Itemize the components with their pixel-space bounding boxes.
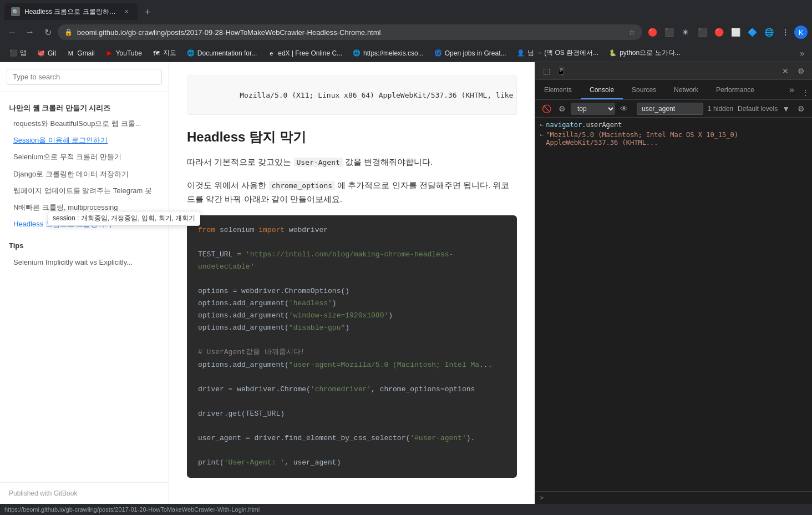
python-icon: 🐍 bbox=[608, 49, 617, 58]
console-settings-icon[interactable]: ⚙ bbox=[555, 102, 569, 115]
tooltip: session : 개회중임, 개정중임, 입회, 회기, 개회기 bbox=[48, 211, 200, 226]
bookmark-label: Documentation for... bbox=[197, 49, 257, 57]
new-tab-button[interactable]: + bbox=[140, 4, 155, 20]
browser-frame: 🔍 Headless 크롬으로 크롤링하기 · Gi... × + ← → ↻ … bbox=[0, 0, 812, 515]
mac-env-icon: 👤 bbox=[516, 49, 525, 58]
bookmark-maps[interactable]: 🗺 지도 bbox=[148, 47, 181, 59]
devtools-close-button[interactable]: ✕ bbox=[779, 64, 792, 78]
code-line-10: user_agent = driver.find_element_by_css_… bbox=[198, 432, 506, 445]
levels-gear-icon[interactable]: ▼ bbox=[782, 104, 790, 113]
bookmark-gmail[interactable]: M Gmail bbox=[62, 48, 99, 59]
maps-icon: 🗺 bbox=[152, 49, 161, 58]
bookmark-label: python으로 노가다... bbox=[620, 48, 680, 58]
extension-icon-1[interactable]: 🔴 bbox=[644, 24, 660, 40]
bookmark-git[interactable]: 🐙 Git bbox=[32, 48, 60, 59]
bookmark-label: Open jobs in Great... bbox=[445, 49, 506, 57]
code-line-blank2 bbox=[198, 273, 506, 285]
tab-favicon: 🔍 bbox=[11, 7, 20, 16]
address-bar[interactable]: 🔒 beomi.github.io/gb-crawling/posts/2017… bbox=[58, 24, 642, 40]
devtools-settings-icon[interactable]: ⚙ bbox=[794, 64, 808, 78]
bookmarks-bar: ⬛ 앱 🐙 Git M Gmail ▶ YouTube 🗺 지도 🌐 Docum… bbox=[0, 44, 812, 62]
tab-network[interactable]: Network bbox=[665, 82, 707, 99]
more-options-button[interactable]: ⋮ bbox=[778, 24, 793, 40]
toolbar-right: 1 hidden Default levels ▼ ⚙ bbox=[637, 102, 808, 115]
bookmark-youtube[interactable]: ▶ YouTube bbox=[100, 48, 146, 59]
bookmarks-more-icon[interactable]: » bbox=[796, 48, 808, 59]
code-line-3: options = webdriver.ChromeOptions() bbox=[198, 285, 506, 297]
sidebar-item-session[interactable]: Session을 이용해 로그인하기 bbox=[0, 132, 169, 149]
tab-elements[interactable]: Elements bbox=[535, 82, 581, 99]
console-input-field[interactable] bbox=[535, 491, 812, 504]
eye-icon[interactable]: 👁 bbox=[617, 102, 631, 115]
bookmark-python[interactable]: 🐍 python으로 노가다... bbox=[604, 47, 684, 59]
profile-button[interactable]: K bbox=[794, 26, 808, 39]
extension-icon-5[interactable]: 🔴 bbox=[711, 24, 727, 40]
default-levels-label: Default levels bbox=[738, 105, 778, 113]
back-button[interactable]: ← bbox=[4, 24, 20, 40]
sidebar-item-selenium-wait[interactable]: Selenium Implicitly wait vs Explicitly..… bbox=[0, 254, 169, 271]
bookmark-label: 지도 bbox=[163, 48, 176, 58]
level-select[interactable]: top bbox=[571, 103, 615, 115]
para1-code: User-Agent bbox=[294, 158, 343, 167]
tab-performance[interactable]: Performance bbox=[707, 82, 763, 99]
section-heading: Headless 탐지 막기 bbox=[187, 128, 517, 146]
sidebar-item-selenium[interactable]: Selenium으로 무적 크롤러 만들기 bbox=[0, 149, 169, 165]
code-block: from selenium import webdriver TEST_URL … bbox=[187, 215, 517, 478]
tab-close-button[interactable]: × bbox=[122, 7, 131, 16]
code-line-5: options.add_argument('window-size=1920x1… bbox=[198, 310, 506, 322]
address-url: beomi.github.io/gb-crawling/posts/2017-0… bbox=[77, 28, 624, 37]
code-line-6: options.add_argument("disable-gpu") bbox=[198, 322, 506, 334]
bookmark-label: YouTube bbox=[116, 49, 142, 57]
tab-sources[interactable]: Sources bbox=[623, 82, 665, 99]
code-line-9: driver.get(TEST_URL) bbox=[198, 408, 506, 420]
bookmark-label: https://melexis.cso... bbox=[363, 49, 424, 57]
bookmark-mac-env[interactable]: 👤 님 → (맥 OS 환경에서... bbox=[512, 47, 603, 59]
device-toggle-icon[interactable]: 📱 bbox=[554, 64, 567, 78]
bookmark-edx[interactable]: e edX | Free Online C... bbox=[262, 48, 347, 59]
bookmark-label: 앱 bbox=[20, 48, 27, 58]
active-tab[interactable]: 🔍 Headless 크롬으로 크롤링하기 · Gi... × bbox=[4, 3, 138, 20]
console-filter-input[interactable] bbox=[637, 103, 703, 115]
code-line-7: options.add_argument("user-agent=Mozilla… bbox=[198, 359, 506, 371]
console-prompt-arrow: ← bbox=[540, 121, 544, 129]
bookmark-melexis[interactable]: 🌐 https://melexis.cso... bbox=[348, 48, 428, 59]
jobs-icon: 🌀 bbox=[434, 49, 443, 58]
search-input[interactable] bbox=[7, 69, 162, 85]
sidebar-item-telegram[interactable]: 웹페이지 업데이트를 알려주는 Telegram 봇 bbox=[0, 183, 169, 199]
code-line-11: print('User-Agent: ', user_agent) bbox=[198, 457, 506, 469]
bookmark-apps[interactable]: ⬛ 앱 bbox=[4, 47, 31, 59]
devtools-more-options-icon[interactable]: ⋮ bbox=[799, 86, 812, 99]
extension-icon-4[interactable]: ⬛ bbox=[694, 24, 710, 40]
devtools-content: ← navigator.userAgent ← "Mozilla/5.0 (Ma… bbox=[535, 118, 812, 491]
code-line-2: TEST_URL = 'https://intoli.com/blog/maki… bbox=[198, 249, 506, 273]
sidebar-item-beautifulsoup[interactable]: requests와 BeautifulSoup으로 웹 크롤... bbox=[0, 115, 169, 132]
bookmark-jobs[interactable]: 🌀 Open jobs in Great... bbox=[429, 48, 511, 59]
sidebar-item-django[interactable]: Django로 크롤링한 데이터 저장하기 bbox=[0, 166, 169, 183]
sidebar-footer: Published with GitBook bbox=[0, 482, 169, 504]
user-agent-text: Mozilla/5.0 (X11; Linux x86_64) AppleWeb… bbox=[240, 91, 517, 99]
extension-icon-7[interactable]: 🔷 bbox=[744, 24, 760, 40]
sidebar-section-title: 나만의 웹 크롤러 만들기 시리즈 bbox=[0, 99, 169, 115]
clear-console-icon[interactable]: 🚫 bbox=[540, 102, 553, 115]
bookmark-label: 님 → (맥 OS 환경에서... bbox=[527, 48, 599, 58]
settings-gear-icon[interactable]: ⚙ bbox=[794, 102, 808, 115]
extension-icon-6[interactable]: ⬜ bbox=[728, 24, 743, 40]
extension-icon-2[interactable]: ⬛ bbox=[661, 24, 677, 40]
inspect-element-icon[interactable]: ⬚ bbox=[540, 64, 553, 78]
bookmark-label: edX | Free Online C... bbox=[278, 49, 342, 57]
tab-console[interactable]: Console bbox=[581, 82, 623, 99]
devtools-icons: ⬚ 📱 bbox=[540, 64, 567, 78]
extension-icon-3[interactable]: ✳ bbox=[678, 24, 693, 40]
bookmark-star-icon[interactable]: ☆ bbox=[628, 28, 636, 37]
status-bar: https://beomi.github.io/gb-crawling/post… bbox=[0, 504, 812, 515]
page-content: Mozilla/5.0 (X11; Linux x86_64) AppleWeb… bbox=[169, 62, 535, 504]
extension-icon-8[interactable]: 🌐 bbox=[761, 24, 777, 40]
security-icon: 🔒 bbox=[64, 28, 73, 36]
toolbar-left: 🚫 ⚙ top 👁 bbox=[540, 102, 631, 115]
sidebar-tips-title: Tips bbox=[0, 237, 169, 254]
forward-button[interactable]: → bbox=[22, 24, 38, 40]
bookmark-documentation[interactable]: 🌐 Documentation for... bbox=[182, 48, 261, 59]
devtools-more-tabs-button[interactable]: » bbox=[785, 80, 799, 99]
code-line-blank5 bbox=[198, 396, 506, 408]
reload-button[interactable]: ↻ bbox=[40, 24, 55, 40]
